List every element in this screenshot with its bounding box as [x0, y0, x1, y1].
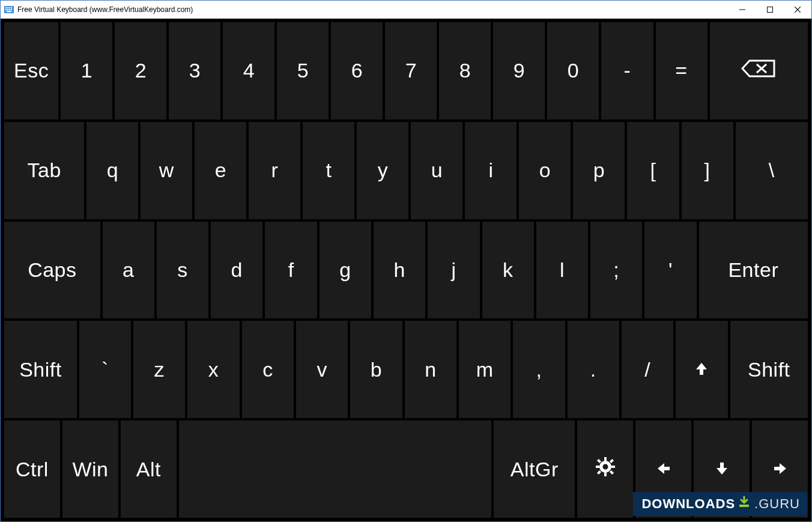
key-comma[interactable]: ,	[513, 321, 565, 418]
close-button[interactable]	[784, 1, 811, 19]
key-i[interactable]: i	[465, 122, 517, 219]
svg-rect-20	[611, 466, 615, 468]
key-u[interactable]: u	[411, 122, 462, 219]
svg-rect-19	[596, 466, 599, 468]
key-5[interactable]: 5	[277, 22, 329, 120]
svg-rect-9	[7, 11, 11, 12]
key-9[interactable]: 9	[493, 22, 545, 120]
arrow-down-icon	[714, 458, 730, 481]
svg-rect-3	[9, 7, 10, 8]
app-window: Free Virtual Keyboard (www.FreeVirtualKe…	[0, 0, 812, 522]
key-settings[interactable]	[577, 420, 633, 518]
row-3: Caps a s d f g h j k l ; ' Enter	[4, 222, 808, 319]
arrow-left-icon	[656, 458, 671, 481]
app-icon	[4, 6, 14, 13]
key-period[interactable]: .	[568, 321, 619, 418]
key-lshift[interactable]: Shift	[4, 321, 77, 418]
key-a[interactable]: a	[103, 222, 154, 319]
key-quote[interactable]: '	[644, 222, 696, 319]
key-o[interactable]: o	[519, 122, 571, 219]
key-rshift[interactable]: Shift	[730, 321, 808, 418]
key-tab[interactable]: Tab	[4, 122, 84, 219]
watermark-badge: DOWNLOADS .GURU	[633, 492, 807, 516]
key-7[interactable]: 7	[385, 22, 437, 120]
window-title: Free Virtual Keyboard (www.FreeVirtualKe…	[17, 5, 193, 14]
key-space[interactable]	[179, 420, 492, 518]
key-r[interactable]: r	[249, 122, 300, 219]
minimize-button[interactable]	[729, 1, 756, 19]
key-v[interactable]: v	[296, 321, 348, 418]
key-2[interactable]: 2	[115, 22, 166, 120]
key-4[interactable]: 4	[223, 22, 274, 120]
key-b[interactable]: b	[350, 321, 402, 418]
key-lbracket[interactable]: [	[627, 122, 679, 219]
key-ctrl[interactable]: Ctrl	[4, 420, 60, 518]
key-n[interactable]: n	[405, 321, 456, 418]
key-esc[interactable]: Esc	[4, 22, 58, 120]
watermark-text-right: .GURU	[754, 496, 800, 512]
watermark-text-left: DOWNLOADS	[641, 496, 735, 512]
key-backslash[interactable]: \	[736, 122, 808, 219]
svg-rect-21	[597, 459, 601, 463]
backspace-icon	[741, 59, 776, 83]
key-z[interactable]: z	[133, 321, 185, 418]
key-6[interactable]: 6	[331, 22, 383, 120]
key-8[interactable]: 8	[439, 22, 491, 120]
svg-rect-17	[604, 457, 607, 461]
key-up-arrow[interactable]	[676, 321, 727, 418]
svg-rect-2	[7, 7, 8, 8]
arrow-up-icon	[694, 358, 709, 381]
key-minus[interactable]: -	[601, 22, 653, 120]
key-0[interactable]: 0	[547, 22, 599, 120]
key-3[interactable]: 3	[169, 22, 220, 120]
svg-rect-7	[9, 9, 10, 10]
svg-point-25	[602, 464, 608, 470]
row-4: Shift ` z x c v b n m , . / Shift	[4, 321, 808, 418]
svg-rect-8	[11, 9, 12, 10]
key-rbracket[interactable]: ]	[682, 122, 733, 219]
svg-rect-1	[5, 7, 7, 8]
key-k[interactable]: k	[482, 222, 534, 319]
key-s[interactable]: s	[157, 222, 208, 319]
key-d[interactable]: d	[211, 222, 262, 319]
key-altgr[interactable]: AltGr	[494, 420, 575, 518]
key-enter[interactable]: Enter	[699, 222, 808, 319]
key-g[interactable]: g	[320, 222, 371, 319]
key-q[interactable]: q	[86, 122, 138, 219]
svg-rect-18	[604, 473, 607, 476]
titlebar: Free Virtual Keyboard (www.FreeVirtualKe…	[1, 1, 811, 19]
key-slash[interactable]: /	[622, 321, 673, 418]
key-caps[interactable]: Caps	[4, 222, 100, 319]
key-l[interactable]: l	[536, 222, 588, 319]
svg-rect-26	[739, 505, 749, 507]
key-w[interactable]: w	[141, 122, 192, 219]
gear-icon	[596, 457, 615, 481]
key-1[interactable]: 1	[61, 22, 112, 120]
svg-rect-6	[7, 9, 8, 10]
key-t[interactable]: t	[303, 122, 354, 219]
svg-rect-4	[11, 7, 12, 8]
key-x[interactable]: x	[187, 321, 239, 418]
key-j[interactable]: j	[428, 222, 479, 319]
svg-rect-5	[5, 9, 7, 10]
key-grave[interactable]: `	[79, 321, 131, 418]
key-h[interactable]: h	[374, 222, 425, 319]
key-e[interactable]: e	[195, 122, 246, 219]
keyboard: Esc 1 2 3 4 5 6 7 8 9 0 - =	[1, 19, 811, 521]
key-p[interactable]: p	[573, 122, 625, 219]
maximize-button[interactable]	[756, 1, 784, 19]
svg-rect-22	[610, 470, 614, 475]
svg-rect-11	[768, 7, 773, 13]
key-f[interactable]: f	[265, 222, 317, 319]
key-semicolon[interactable]: ;	[590, 222, 642, 319]
svg-rect-24	[597, 470, 601, 475]
arrow-right-icon	[772, 458, 788, 481]
key-c[interactable]: c	[242, 321, 294, 418]
svg-rect-23	[610, 459, 614, 463]
key-alt[interactable]: Alt	[121, 420, 177, 518]
key-y[interactable]: y	[357, 122, 408, 219]
key-equals[interactable]: =	[656, 22, 707, 120]
key-win[interactable]: Win	[62, 420, 118, 518]
key-backspace[interactable]	[710, 22, 808, 120]
key-m[interactable]: m	[459, 321, 511, 418]
